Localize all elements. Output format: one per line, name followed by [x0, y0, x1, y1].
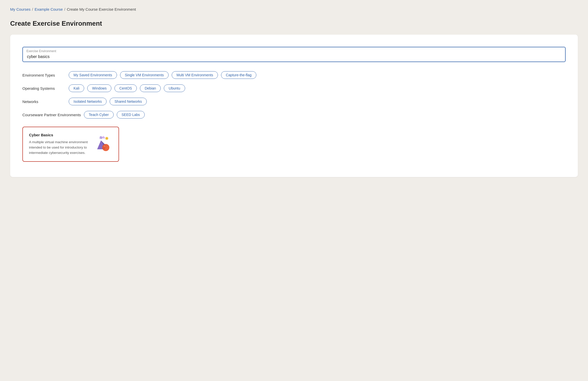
- operating-systems-row: Operating Systems Kali Windows CentOS De…: [22, 84, 566, 92]
- result-card-description: A multiple virtual machine environment i…: [29, 140, 88, 156]
- breadcrumb: My Courses / Example Course / Create My …: [10, 7, 578, 11]
- breadcrumb-sep-2: /: [64, 7, 65, 11]
- result-card-content: Cyber Basics A multiple virtual machine …: [29, 133, 88, 156]
- networks-row: Networks Isolated Networks Shared Networ…: [22, 98, 566, 105]
- btn-seed-labs[interactable]: SEED Labs: [117, 111, 145, 119]
- svg-point-5: [106, 138, 108, 139]
- btn-ubuntu[interactable]: Ubuntu: [164, 84, 185, 92]
- svg-point-3: [104, 145, 106, 147]
- breadcrumb-sep-1: /: [32, 7, 33, 11]
- networks-label: Networks: [22, 99, 66, 104]
- breadcrumb-my-courses[interactable]: My Courses: [10, 7, 31, 11]
- btn-isolated-networks[interactable]: Isolated Networks: [69, 98, 107, 105]
- btn-debian[interactable]: Debian: [140, 84, 161, 92]
- breadcrumb-example-course[interactable]: Example Course: [35, 7, 63, 11]
- result-card-title: Cyber Basics: [29, 133, 88, 137]
- results-section: Cyber Basics A multiple virtual machine …: [22, 127, 566, 162]
- btn-single-vm-environments[interactable]: Single VM Environments: [120, 71, 169, 79]
- cyber-basics-card[interactable]: Cyber Basics A multiple virtual machine …: [22, 127, 119, 162]
- btn-multi-vm-environments[interactable]: Multi VM Environments: [172, 71, 218, 79]
- btn-centos[interactable]: CentOS: [114, 84, 137, 92]
- btn-teach-cyber[interactable]: Teach Cyber: [84, 111, 114, 119]
- btn-my-saved-environments[interactable]: My Saved Environments: [69, 71, 117, 79]
- main-card: Exercise Environment Environment Types M…: [10, 35, 578, 177]
- breadcrumb-current-page: Create My Course Exercise Environment: [67, 7, 136, 11]
- exercise-environment-field: Exercise Environment: [22, 47, 566, 62]
- btn-shared-networks[interactable]: Shared Networks: [110, 98, 146, 105]
- environment-types-label: Environment Types: [22, 73, 66, 77]
- page-title: Create Exercise Environment: [10, 20, 578, 27]
- courseware-row: Courseware Partner Environments Teach Cy…: [22, 111, 566, 119]
- operating-systems-label: Operating Systems: [22, 86, 66, 91]
- btn-windows[interactable]: Windows: [87, 84, 111, 92]
- courseware-label: Courseware Partner Environments: [22, 113, 81, 117]
- svg-point-2: [102, 144, 109, 151]
- result-card-illustration: [92, 133, 112, 153]
- environment-types-row: Environment Types My Saved Environments …: [22, 71, 566, 79]
- exercise-environment-input[interactable]: [22, 47, 566, 62]
- btn-capture-the-flag[interactable]: Capture-the-flag: [221, 71, 256, 79]
- btn-kali[interactable]: Kali: [69, 84, 84, 92]
- cyber-basics-svg: [92, 133, 112, 153]
